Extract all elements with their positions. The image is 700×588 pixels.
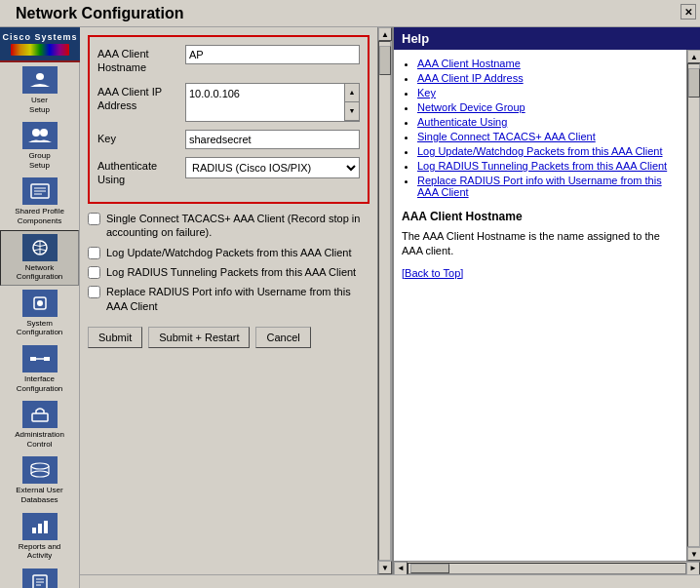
sidebar-item-interface-config-label: InterfaceConfiguration [17, 374, 63, 393]
replace-radius-checkbox[interactable] [88, 286, 100, 298]
sidebar-item-reports-label: Reports andActivity [19, 542, 61, 561]
form-scroll-up[interactable]: ▲ [378, 27, 392, 41]
cisco-logo: Cisco Systems [0, 27, 80, 62]
svg-rect-12 [44, 357, 50, 361]
sidebar-item-interface-config[interactable]: InterfaceConfiguration [0, 341, 79, 397]
help-link-log-radius[interactable]: Log RADIUS Tunneling Packets from this A… [417, 160, 667, 172]
help-panel: Help AAA Client Hostname AAA Client IP A… [392, 27, 700, 574]
svg-point-2 [40, 129, 48, 137]
log-update-label: Log Update/Watchdog Packets from this AA… [106, 246, 352, 259]
svg-rect-11 [30, 357, 36, 361]
form-border: AAA Client Hostname AAA Client IPAddress… [88, 35, 369, 204]
key-label: Key [97, 130, 185, 145]
sidebar-item-external-user-label: External UserDatabases [16, 486, 62, 504]
sidebar-item-network-config[interactable]: NetworkConfiguration [0, 230, 79, 286]
help-section-text: The AAA Client Hostname is the name assi… [402, 229, 679, 259]
svg-rect-19 [32, 528, 36, 533]
submit-button[interactable]: Submit [88, 327, 142, 348]
sidebar-item-user-setup-label: UserSetup [29, 96, 50, 114]
ip-scroll-up[interactable]: ▲ [345, 84, 359, 102]
svg-rect-21 [44, 521, 48, 533]
svg-point-15 [31, 463, 49, 469]
bottom-strip [80, 574, 700, 588]
help-scroll-thumb[interactable] [688, 68, 700, 98]
ip-scroll-buttons: ▲ ▼ [344, 84, 359, 121]
sidebar-item-reports[interactable]: Reports andActivity [0, 509, 79, 565]
aaa-hostname-label: AAA Client Hostname [97, 45, 185, 75]
sidebar-item-shared-profile[interactable]: Shared ProfileComponents [0, 174, 79, 229]
help-scroll-track [687, 63, 700, 547]
key-row: Key [97, 130, 360, 149]
cancel-button[interactable]: Cancel [255, 327, 310, 348]
auth-row: AuthenticateUsing RADIUS (Cisco IOS/PIX)… [97, 157, 360, 187]
help-links-list: AAA Client Hostname AAA Client IP Addres… [402, 58, 679, 198]
button-row: Submit Submit + Restart Cancel [88, 323, 369, 352]
sidebar-item-group-setup[interactable]: GroupSetup [0, 118, 79, 174]
sidebar-item-system-config-label: SystemConfiguration [17, 319, 63, 337]
key-input[interactable] [185, 130, 360, 149]
svg-point-10 [37, 300, 43, 306]
checkboxes-section: Single Connect TACACS+ AAA Client (Recor… [88, 212, 369, 313]
page-title: Network Configuration [16, 5, 183, 22]
help-hscrollbar: ◄ ► [394, 561, 700, 574]
sidebar-item-online-docs[interactable]: OnlineDocumentation [0, 565, 79, 588]
help-back-link[interactable]: [Back to Top] [402, 267, 463, 279]
checkbox-log-update: Log Update/Watchdog Packets from this AA… [88, 246, 369, 259]
checkbox-log-radius: Log RADIUS Tunneling Packets from this A… [88, 265, 369, 279]
help-content: AAA Client Hostname AAA Client IP Addres… [394, 50, 686, 561]
aaa-ip-input[interactable] [186, 84, 344, 101]
svg-rect-14 [32, 413, 48, 421]
help-hscroll-right[interactable]: ► [686, 562, 700, 575]
sidebar-item-network-config-label: NetworkConfiguration [17, 263, 63, 282]
help-link-key[interactable]: Key [417, 87, 436, 98]
help-hscroll-left[interactable]: ◄ [394, 562, 408, 575]
sidebar-item-admin-control[interactable]: AdministrationControl [0, 397, 79, 452]
sidebar-item-user-setup[interactable]: UserSetup [0, 62, 79, 118]
help-section-title: AAA Client Hostname [402, 210, 679, 223]
checkbox-replace-radius: Replace RADIUS Port info with Username f… [88, 285, 369, 313]
form-vscroll: ▲ ▼ [377, 27, 391, 574]
svg-rect-0 [36, 73, 44, 80]
log-radius-checkbox[interactable] [88, 266, 100, 279]
sidebar-item-shared-profile-label: Shared ProfileComponents [15, 207, 64, 225]
single-connect-label: Single Connect TACACS+ AAA Client (Recor… [106, 212, 369, 240]
aaa-ip-input-wrapper: ▲ ▼ [185, 83, 360, 122]
auth-select[interactable]: RADIUS (Cisco IOS/PIX) TACACS+ (Cisco IO… [185, 157, 360, 178]
auth-label: AuthenticateUsing [97, 157, 185, 187]
help-scroll-up[interactable]: ▲ [687, 50, 700, 63]
svg-rect-20 [38, 524, 42, 533]
help-header: Help [394, 27, 700, 50]
help-link-log-update[interactable]: Log Update/Watchdog Packets from this AA… [417, 145, 663, 157]
help-hscroll-thumb[interactable] [410, 564, 449, 573]
help-link-single-connect[interactable]: Single Connect TACACS+ AAA Client [417, 131, 596, 142]
top-bar: Network Configuration ✕ [0, 0, 700, 27]
single-connect-checkbox[interactable] [88, 213, 100, 225]
log-radius-label: Log RADIUS Tunneling Packets from this A… [106, 265, 356, 279]
close-button[interactable]: ✕ [681, 4, 696, 20]
svg-point-18 [31, 471, 49, 477]
help-link-network-device-group[interactable]: Network Device Group [417, 101, 525, 113]
sidebar-item-group-setup-label: GroupSetup [28, 151, 50, 170]
help-scroll-down[interactable]: ▼ [687, 547, 700, 561]
aaa-ip-row: AAA Client IPAddress ▲ ▼ [97, 83, 360, 122]
aaa-hostname-input[interactable] [185, 45, 360, 64]
help-link-replace-radius[interactable]: Replace RADIUS Port info with Username f… [417, 175, 662, 198]
help-link-aaa-hostname[interactable]: AAA Client Hostname [417, 58, 521, 69]
help-vscroll: ▲ ▼ [686, 50, 700, 561]
form-scroll-thumb[interactable] [379, 46, 391, 75]
svg-point-1 [32, 129, 40, 137]
replace-radius-label: Replace RADIUS Port info with Username f… [106, 285, 369, 313]
aaa-hostname-row: AAA Client Hostname [97, 45, 360, 75]
form-scroll-down[interactable]: ▼ [378, 561, 392, 574]
log-update-checkbox[interactable] [88, 247, 100, 259]
ip-scroll-down[interactable]: ▼ [345, 102, 359, 121]
help-hscroll-track [408, 563, 686, 574]
form-panel: AAA Client Hostname AAA Client IPAddress… [80, 27, 377, 574]
sidebar-item-system-config[interactable]: SystemConfiguration [0, 286, 79, 341]
submit-restart-button[interactable]: Submit + Restart [148, 327, 250, 348]
help-link-authenticate-using[interactable]: Authenticate Using [417, 116, 507, 128]
sidebar-item-admin-control-label: AdministrationControl [15, 430, 64, 449]
sidebar-item-external-user[interactable]: External UserDatabases [0, 452, 79, 508]
help-link-aaa-ip[interactable]: AAA Client IP Address [417, 72, 524, 84]
form-scroll-track [378, 41, 391, 561]
